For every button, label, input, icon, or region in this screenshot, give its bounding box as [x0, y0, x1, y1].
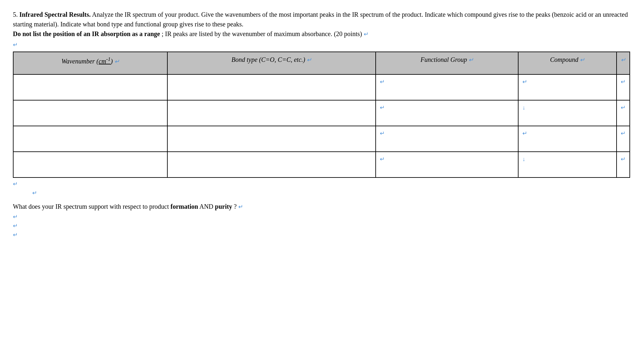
intro-paragraph: 5. Infrared Spectral Results. Analyze th…: [13, 10, 630, 39]
row3-compound-arrow: ↵: [522, 130, 527, 137]
row1-bond-type[interactable]: [167, 74, 376, 100]
section-number: 5.: [13, 11, 18, 18]
question-bold-formation: formation: [171, 203, 198, 210]
row1-right-arrow: ↵: [621, 79, 626, 85]
row3-right: ↵: [617, 126, 630, 152]
row1-right: ↵: [617, 74, 630, 100]
ir-table-container: Wavenumber (cm-1) ↵ Bond type (C=O, C=C,…: [13, 52, 630, 178]
trailing-arrow-3: ↵: [13, 231, 630, 238]
row2-functional-group[interactable]: ↵: [376, 100, 518, 126]
row1-functional-group[interactable]: ↵: [376, 74, 518, 100]
row4-right: ↵: [617, 152, 630, 177]
row3-compound[interactable]: ↵: [518, 126, 617, 152]
blank-line-arrow: ↵: [13, 41, 630, 48]
row2-compound-arrow: ↓: [522, 104, 525, 111]
row2-bond-type[interactable]: [167, 100, 376, 126]
row3-functional-group[interactable]: ↵: [376, 126, 518, 152]
header-arrow-1: ↵: [114, 58, 119, 65]
question-arrow: ↵: [238, 203, 243, 211]
section-title: Infrared Spectral Results.: [19, 11, 91, 18]
row1-compound-arrow: ↵: [522, 79, 527, 85]
row4-functional-group[interactable]: ↵: [376, 152, 518, 177]
header-arrow-4: ↵: [580, 56, 585, 63]
header-arrow-2: ↵: [307, 56, 312, 63]
row1-fg-arrow: ↵: [380, 79, 385, 85]
question-end: ?: [234, 203, 237, 210]
row3-wavenumber[interactable]: [13, 126, 167, 152]
header-right-arrow: ↵: [621, 56, 626, 63]
header-right-col: ↵: [617, 52, 630, 74]
row2-compound[interactable]: ↓: [518, 100, 617, 126]
table-row: ↵ ↵ ↵: [13, 126, 630, 152]
row3-right-arrow: ↵: [621, 130, 626, 137]
trailing-arrow-1: ↵: [13, 213, 630, 220]
row2-right: ↵: [617, 100, 630, 126]
instruction-end: ; IR peaks are listed by the wavenumber …: [162, 30, 362, 37]
header-wavenumber: Wavenumber (cm-1) ↵: [13, 52, 167, 74]
ir-results-table: Wavenumber (cm-1) ↵ Bond type (C=O, C=C,…: [13, 52, 630, 178]
blank-arrow-2: ↵: [32, 189, 630, 196]
question-paragraph: What does your IR spectrum support with …: [13, 202, 630, 211]
row2-fg-arrow: ↵: [380, 104, 385, 111]
trailing-arrow-2: ↵: [13, 222, 630, 229]
table-row: ↵ ↵ ↵: [13, 74, 630, 100]
table-header-row: Wavenumber (cm-1) ↵ Bond type (C=O, C=C,…: [13, 52, 630, 74]
row3-bond-type[interactable]: [167, 126, 376, 152]
header-compound: Compound ↵: [518, 52, 617, 74]
return-arrow-1: ↵: [364, 30, 369, 39]
intro-text-body: Analyze the IR spectrum of your product.…: [13, 11, 628, 28]
row2-wavenumber[interactable]: [13, 100, 167, 126]
row4-compound-arrow: ↓: [522, 156, 525, 162]
bold-instruction: Do not list the position of an IR absorp…: [13, 30, 160, 37]
header-functional-group: Functional Group ↵: [376, 52, 518, 74]
row1-wavenumber[interactable]: [13, 74, 167, 100]
row4-fg-arrow: ↵: [380, 156, 385, 162]
question-prefix: What does your IR spectrum support with …: [13, 203, 171, 210]
row2-right-arrow: ↵: [621, 104, 626, 111]
post-table-arrow: ↵: [13, 180, 630, 187]
header-bond-type: Bond type (C=O, C=C, etc.) ↵: [167, 52, 376, 74]
row4-right-arrow: ↵: [621, 156, 626, 162]
question-bold-purity: purity: [215, 203, 232, 210]
row4-compound[interactable]: ↓: [518, 152, 617, 177]
page-content: 5. Infrared Spectral Results. Analyze th…: [13, 10, 630, 238]
row1-compound[interactable]: ↵: [518, 74, 617, 100]
question-middle: AND: [199, 203, 215, 210]
table-row: ↵ ↓ ↵: [13, 152, 630, 177]
row4-bond-type[interactable]: [167, 152, 376, 177]
row4-wavenumber[interactable]: [13, 152, 167, 177]
row3-fg-arrow: ↵: [380, 130, 385, 137]
header-arrow-3: ↵: [469, 56, 473, 63]
table-row: ↵ ↓ ↵: [13, 100, 630, 126]
